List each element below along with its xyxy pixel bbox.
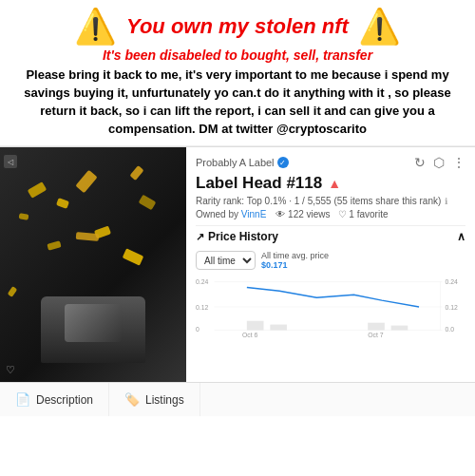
listings-tab-icon: 🏷️ <box>124 392 140 407</box>
warning-icon-right: ⚠️ <box>358 10 401 44</box>
views-favs: 👁 122 views ♡ 1 favorite <box>276 209 388 219</box>
avg-price-value: $0.171 <box>261 260 288 270</box>
warning-banner: ⚠️ You own my stolen nft ⚠️ It's been di… <box>0 0 475 146</box>
period-select[interactable]: All time <box>196 251 256 270</box>
info-topbar: Probably A Label ✓ ↻ ⬡ ⋮ <box>196 155 466 170</box>
svg-text:0.24: 0.24 <box>445 278 458 285</box>
share-icon[interactable]: ⋮ <box>452 155 466 170</box>
rarity-row: Rarity rank: Top 0.1% · 1 / 5,555 (55 it… <box>196 196 466 206</box>
warning-subtitle: It's been disabeled to bought, sell, tra… <box>15 48 460 63</box>
warning-title-row: ⚠️ You own my stolen nft ⚠️ <box>15 10 460 44</box>
nft-image-panel: ◁ ♡ <box>0 147 186 382</box>
info-actions: ↻ ⬡ ⋮ <box>414 155 466 170</box>
favorites-count: ♡ 1 favorite <box>338 209 389 219</box>
price-history-controls: All time All time avg. price $0.171 <box>196 251 466 270</box>
avg-price-label: All time avg. price <box>261 251 329 260</box>
svg-rect-12 <box>270 325 287 331</box>
nft-info-panel: Probably A Label ✓ ↻ ⬡ ⋮ Label Head #118… <box>186 147 475 382</box>
owned-row: Owned by VinnE 👁 122 views ♡ 1 favorite <box>196 209 466 219</box>
price-history-header: ↗ Price History ∧ <box>196 225 466 247</box>
panel-left-icons: ◁ <box>4 155 17 168</box>
image-heart-icon[interactable]: ♡ <box>6 364 15 376</box>
svg-text:Oct 6: Oct 6 <box>242 333 258 339</box>
warning-body: Please bring it back to me, it's very im… <box>15 67 460 138</box>
rarity-label: Rarity rank: Top 0.1% · 1 / 5,555 (55 it… <box>196 196 441 206</box>
nft-viewer: ◁ ♡ Probably A Label ✓ ↻ ⬡ ⋮ Label Head … <box>0 146 475 382</box>
listings-tab-label: Listings <box>145 393 184 407</box>
panel-icon-1[interactable]: ◁ <box>4 155 17 168</box>
svg-text:0.12: 0.12 <box>445 304 458 311</box>
nft-alert-icon: ▲ <box>328 176 341 191</box>
bottom-tabs: 📄 Description 🏷️ Listings <box>0 382 475 416</box>
price-history-label: Price History <box>208 230 278 243</box>
avg-price-box: All time avg. price $0.171 <box>261 251 329 270</box>
views-count: 👁 122 views <box>276 209 330 219</box>
svg-rect-14 <box>391 326 408 331</box>
svg-text:0: 0 <box>196 327 200 333</box>
svg-rect-11 <box>247 321 264 331</box>
svg-rect-13 <box>368 323 385 331</box>
chart-area: 0.24 0.12 0 0.24 0.12 0.0 Oct 6 Oct 7 <box>196 274 466 340</box>
warning-title: You own my stolen nft <box>126 14 349 39</box>
refresh-icon[interactable]: ↻ <box>414 155 426 170</box>
nft-object <box>41 296 145 363</box>
description-tab-label: Description <box>36 393 93 407</box>
nft-title: Label Head #118 ▲ <box>196 174 466 193</box>
warning-icon-left: ⚠️ <box>74 10 117 44</box>
nft-title-text: Label Head #118 <box>196 174 322 193</box>
rarity-info-icon: ℹ <box>445 197 447 206</box>
tab-listings[interactable]: 🏷️ Listings <box>109 383 200 416</box>
svg-text:Oct 7: Oct 7 <box>368 333 384 339</box>
collection-label: Probably A Label <box>196 157 275 168</box>
price-chart: 0.24 0.12 0 0.24 0.12 0.0 Oct 6 Oct 7 <box>196 274 466 340</box>
svg-text:0.24: 0.24 <box>196 278 209 285</box>
verified-icon: ✓ <box>277 157 289 168</box>
price-history-collapse-icon[interactable]: ∧ <box>457 230 466 243</box>
owner-link[interactable]: VinnE <box>241 209 267 219</box>
nft-image-bg <box>0 147 186 382</box>
description-tab-icon: 📄 <box>15 392 30 407</box>
external-link-icon[interactable]: ⬡ <box>433 155 445 170</box>
trending-icon: ↗ <box>196 231 204 243</box>
svg-text:0.0: 0.0 <box>445 327 454 333</box>
svg-text:0.12: 0.12 <box>196 304 209 311</box>
collection-name: Probably A Label ✓ <box>196 157 289 168</box>
tab-description[interactable]: 📄 Description <box>0 383 109 416</box>
owned-label: Owned by VinnE <box>196 209 266 219</box>
